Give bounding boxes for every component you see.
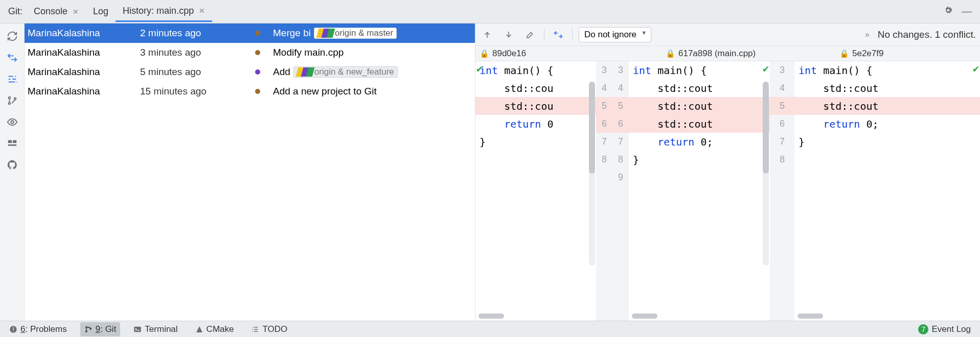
branch-tag-label: origin & new_feature xyxy=(314,67,394,77)
gear-icon[interactable] xyxy=(939,5,958,18)
diff-viewer: Do not ignore » No changes. 1 conflict. … xyxy=(475,23,980,321)
merge-arrows-icon[interactable] xyxy=(551,27,566,42)
lock-icon: 🔒 xyxy=(839,49,849,58)
commit-time: 5 minutes ago xyxy=(140,66,242,78)
branch-tag-label: origin & master xyxy=(335,28,393,38)
notification-badge: 7 xyxy=(918,324,928,334)
eye-icon[interactable] xyxy=(3,112,22,132)
commit-message: Modify main.cpp xyxy=(273,47,344,58)
svg-point-11 xyxy=(85,330,87,332)
commit-message: Merge bi xyxy=(273,28,311,39)
scrollbar[interactable] xyxy=(478,314,504,319)
scrollbar[interactable] xyxy=(797,314,823,319)
svg-rect-13 xyxy=(134,326,141,332)
separator xyxy=(544,29,544,41)
svg-point-1 xyxy=(8,103,10,105)
statusbar-todo[interactable]: TODO xyxy=(247,322,291,336)
refresh-icon[interactable] xyxy=(3,27,22,46)
svg-rect-4 xyxy=(8,140,11,143)
commit-author: MarinaKalashina xyxy=(28,47,140,58)
svg-point-0 xyxy=(8,97,10,99)
commit-author: MarinaKalashina xyxy=(28,86,140,97)
commit-row[interactable]: MarinaKalashina 15 minutes ago Add a new… xyxy=(25,82,475,101)
commit-graph-node xyxy=(242,23,273,43)
close-icon[interactable]: ✕ xyxy=(73,8,79,16)
branch-icon[interactable] xyxy=(3,91,22,110)
diff-gutter-right: 3 4 5 6 7 8 xyxy=(770,61,794,321)
diff-right-pane[interactable]: ✔ int main() { std::cout std::cout retur… xyxy=(794,61,980,321)
bookmark-icon xyxy=(317,29,333,38)
branch-tag[interactable]: origin & new_feature xyxy=(293,66,398,78)
commit-message: Add a new project to Git xyxy=(273,86,377,97)
svg-point-3 xyxy=(11,121,14,124)
svg-rect-8 xyxy=(13,327,13,330)
select-value: Do not ignore xyxy=(584,30,636,39)
compare-branches-icon[interactable] xyxy=(3,48,22,67)
bookmark-icon xyxy=(297,67,312,77)
commit-history-list: MarinaKalashina 2 minutes ago Merge bi o… xyxy=(25,23,475,321)
commit-time: 15 minutes ago xyxy=(140,86,242,97)
check-icon: ✔ xyxy=(763,62,769,75)
statusbar-cmake[interactable]: CMake xyxy=(191,322,238,336)
scrollbar[interactable] xyxy=(589,82,595,266)
edit-icon[interactable] xyxy=(522,27,538,42)
diff-middle-pane[interactable]: ✔ int main() { std::cout std::cout std::… xyxy=(629,61,770,321)
statusbar-problems[interactable]: 6: Problems xyxy=(5,322,71,336)
expand-chevron-icon[interactable]: » xyxy=(865,30,872,39)
ignore-whitespace-select[interactable]: Do not ignore xyxy=(579,27,651,42)
commit-row[interactable]: MarinaKalashina 2 minutes ago Merge bi o… xyxy=(25,23,475,43)
separator xyxy=(572,29,573,41)
tab-log[interactable]: Log xyxy=(86,2,116,21)
diff-left-pane[interactable]: ✔ int main() { std::cou std::cou return … xyxy=(475,61,596,321)
commit-graph-node xyxy=(242,62,273,82)
check-icon: ✔ xyxy=(476,62,483,75)
commit-row[interactable]: MarinaKalashina 3 minutes ago Modify mai… xyxy=(25,43,475,62)
svg-point-2 xyxy=(14,98,16,100)
git-prefix-label: Git: xyxy=(4,6,27,17)
diff-gutter-left: 33 44 55 66 77 88 9 xyxy=(596,61,629,321)
middle-revision-label: 🔒 617a898 (main.cpp) xyxy=(662,46,835,61)
svg-point-10 xyxy=(85,326,87,328)
statusbar-terminal[interactable]: Terminal xyxy=(129,322,181,336)
scrollbar[interactable] xyxy=(632,314,657,319)
tool-window-header: Git: Console ✕ Log History: main.cpp ✕ — xyxy=(0,0,980,23)
commit-time: 3 minutes ago xyxy=(140,47,242,58)
diff-toolbar: Do not ignore » No changes. 1 conflict. xyxy=(475,23,980,46)
svg-rect-9 xyxy=(13,330,13,331)
check-icon: ✔ xyxy=(973,62,979,75)
right-revision-label: 🔒 5e2e7f9 xyxy=(835,46,980,61)
commit-author: MarinaKalashina xyxy=(28,66,140,78)
svg-rect-6 xyxy=(8,145,16,146)
svg-rect-5 xyxy=(12,140,16,143)
commit-row[interactable]: MarinaKalashina 5 minutes ago Add origin… xyxy=(25,62,475,82)
tab-history[interactable]: History: main.cpp ✕ xyxy=(116,2,212,22)
commit-author: MarinaKalashina xyxy=(28,28,140,39)
left-revision-label: 🔒 89d0e16 xyxy=(475,46,629,61)
commit-time: 2 minutes ago xyxy=(140,28,242,39)
scrollbar[interactable] xyxy=(763,82,769,266)
close-icon[interactable]: ✕ xyxy=(199,7,205,15)
tab-label: Console xyxy=(34,6,67,17)
lock-icon: 🔒 xyxy=(666,49,675,58)
status-bar: 6: Problems 9: Git Terminal CMake TODO 7… xyxy=(0,321,980,337)
lock-icon: 🔒 xyxy=(480,49,489,58)
tab-label: Log xyxy=(93,6,108,17)
minimize-icon[interactable]: — xyxy=(958,6,976,17)
diff-status-text: No changes. 1 conflict. xyxy=(878,29,976,40)
commit-graph-node xyxy=(242,43,273,62)
github-icon[interactable] xyxy=(3,155,22,175)
statusbar-event-log[interactable]: 7 Event Log xyxy=(914,322,975,336)
left-toolbar xyxy=(0,23,25,321)
statusbar-git[interactable]: 9: Git xyxy=(80,322,121,336)
branch-tag[interactable]: origin & master xyxy=(314,28,397,39)
tab-console[interactable]: Console ✕ xyxy=(27,2,86,21)
layout-icon[interactable] xyxy=(3,134,22,153)
tab-label: History: main.cpp xyxy=(123,6,194,16)
commit-graph-node xyxy=(242,82,273,101)
settings-sliders-icon[interactable] xyxy=(3,69,22,89)
commit-message: Add xyxy=(273,66,290,78)
arrow-up-icon[interactable] xyxy=(480,27,495,42)
arrow-down-icon[interactable] xyxy=(501,27,516,42)
diff-revision-header: 🔒 89d0e16 🔒 617a898 (main.cpp) 🔒 5e2e7f9 xyxy=(475,46,980,61)
